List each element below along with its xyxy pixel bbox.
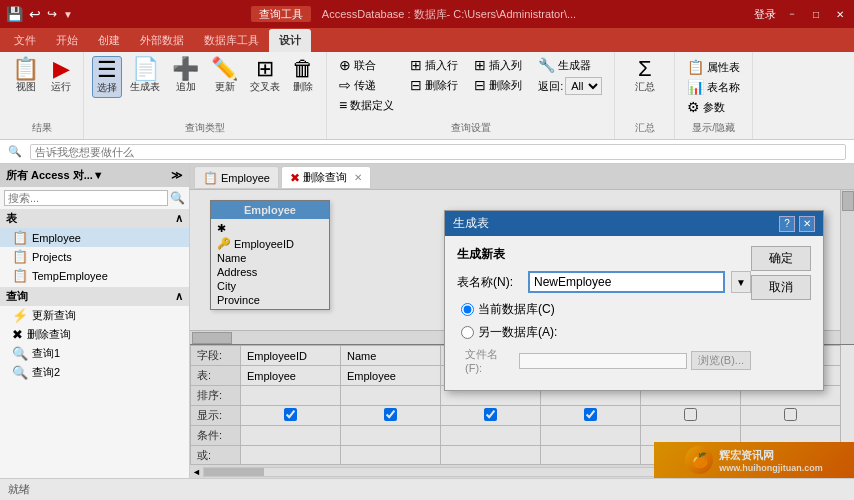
dialog-help-btn[interactable]: ?: [779, 216, 795, 232]
search-magnifier-icon: 🔍: [8, 145, 22, 158]
run-btn[interactable]: ▶ 运行: [47, 56, 75, 96]
query-tab-employee[interactable]: 📋 Employee: [194, 166, 279, 189]
table-tempemployee[interactable]: 📋 TempEmployee: [0, 266, 189, 285]
left-panel-search: 🔍: [0, 187, 189, 209]
ribbon: 📋 视图 ▶ 运行 结果 ☰ 选择 📄 生成表 ➕ 追加: [0, 52, 854, 140]
tab-create[interactable]: 创建: [88, 29, 130, 52]
table-name-dropdown[interactable]: ▼: [731, 271, 751, 293]
table-icon-employee: 📋: [12, 230, 28, 245]
tab-label-delete: 删除查询: [303, 170, 347, 185]
delete-btn[interactable]: 🗑 删除: [288, 56, 318, 96]
query-update[interactable]: ⚡ 更新查询: [0, 306, 189, 325]
table-names-btn[interactable]: 📊 表名称: [683, 78, 744, 96]
tab-db-tools[interactable]: 数据库工具: [194, 29, 269, 52]
title-bar: 💾 ↩ ↪ ▼ 查询工具 AccessDatabase : 数据库- C:\Us…: [0, 0, 854, 28]
ribbon-tabs: 文件 开始 创建 外部数据 数据库工具 设计: [0, 28, 854, 52]
left-panel-title: 所有 Access 对...▼: [6, 168, 104, 183]
redo-icon[interactable]: ↪: [47, 7, 57, 21]
left-panel-header[interactable]: 所有 Access 对...▼ ≫: [0, 164, 189, 187]
left-panel-chevron[interactable]: ≫: [171, 169, 183, 182]
delete-row-btn[interactable]: ⊟ 删除行: [406, 76, 462, 94]
browse-btn: 浏览(B)...: [691, 351, 751, 370]
return-select[interactable]: All 5 25: [565, 77, 602, 95]
dialog-body: 生成新表 表名称(N): ▼ 当前数据库(C): [445, 236, 823, 390]
data-def-btn[interactable]: ≡ 数据定义: [335, 96, 398, 114]
query-type-label: 查询类型: [185, 119, 225, 135]
view-btn[interactable]: 📋 视图: [8, 56, 43, 96]
table-employee[interactable]: 📋 Employee: [0, 228, 189, 247]
delete-col-btn[interactable]: ⊟ 删除列: [470, 76, 526, 94]
tab-close-delete[interactable]: ✕: [354, 172, 362, 183]
status-bar: 就绪: [0, 478, 854, 500]
tab-design[interactable]: 设计: [269, 29, 311, 52]
tab-label-employee: Employee: [221, 172, 270, 184]
union-btn[interactable]: ⊕ 联合: [335, 56, 398, 74]
insert-row-btn[interactable]: ⊞ 插入行: [406, 56, 462, 74]
queries-section-header[interactable]: 查询 ∧: [0, 287, 189, 306]
ribbon-group-results: 📋 视图 ▶ 运行 结果: [0, 52, 84, 139]
tables-section-header[interactable]: 表 ∧: [0, 209, 189, 228]
other-db-label: 另一数据库(A):: [478, 324, 557, 341]
totals-btn[interactable]: Σ 汇总: [631, 56, 659, 96]
pass-btn[interactable]: ⇨ 传递: [335, 76, 398, 94]
dialog-close-btn[interactable]: ✕: [799, 216, 815, 232]
app-title: 查询工具 AccessDatabase : 数据库- C:\Users\Admi…: [73, 7, 754, 22]
query-icon-delete: ✖: [12, 327, 23, 342]
dialog-radio-section: 当前数据库(C) 另一数据库(A): 文件名(F):: [461, 301, 751, 374]
tab-start[interactable]: 开始: [46, 29, 88, 52]
crosstab-btn[interactable]: ⊞ 交叉表: [246, 56, 284, 96]
dialog-overlay: 生成表 ? ✕ 生成新表 表名称(N):: [190, 190, 854, 478]
current-db-radio[interactable]: [461, 303, 474, 316]
login-btn[interactable]: 登录: [754, 7, 776, 22]
ribbon-group-setup: ⊕ 联合 ⇨ 传递 ≡ 数据定义 ⊞ 插入行 ⊟: [327, 52, 615, 139]
cancel-btn[interactable]: 取消: [751, 275, 811, 300]
return-label: 返回:: [538, 79, 563, 94]
current-db-label: 当前数据库(C): [478, 301, 555, 318]
tab-file[interactable]: 文件: [4, 29, 46, 52]
select-btn[interactable]: ☰ 选择: [92, 56, 122, 98]
query-2[interactable]: 🔍 查询2: [0, 363, 189, 382]
query-type-btn-row: ☰ 选择 📄 生成表 ➕ 追加 ✏️ 更新 ⊞ 交叉表 🗑 删除: [92, 56, 318, 98]
queries-chevron: ∧: [175, 290, 183, 303]
tab-external[interactable]: 外部数据: [130, 29, 194, 52]
table-projects[interactable]: 📋 Projects: [0, 247, 189, 266]
table-name-employee: Employee: [32, 232, 81, 244]
undo-icon[interactable]: ↩: [29, 6, 41, 22]
maketable-btn[interactable]: 📄 生成表: [126, 56, 164, 96]
query-name-2: 查询2: [32, 365, 60, 380]
title-bar-right: 登录 － □ ✕: [754, 6, 848, 22]
query-delete[interactable]: ✖ 删除查询: [0, 325, 189, 344]
builder-btn[interactable]: 🔧 生成器: [534, 56, 606, 74]
other-db-radio[interactable]: [461, 326, 474, 339]
params-btn[interactable]: ⚙ 参数: [683, 98, 744, 116]
maximize-btn[interactable]: □: [808, 6, 824, 22]
query-1[interactable]: 🔍 查询1: [0, 344, 189, 363]
table-name-input[interactable]: [528, 271, 725, 293]
ribbon-search-input[interactable]: [30, 144, 846, 160]
other-db-radio-row: 另一数据库(A):: [461, 324, 751, 341]
table-icon-tempemployee: 📋: [12, 268, 28, 283]
query-tab-delete[interactable]: ✖ 删除查询 ✕: [281, 166, 371, 189]
ribbon-group-showhide: 📋 属性表 📊 表名称 ⚙ 参数 显示/隐藏: [675, 52, 753, 139]
ribbon-group-query-type: ☰ 选择 📄 生成表 ➕ 追加 ✏️ 更新 ⊞ 交叉表 🗑 删除: [84, 52, 327, 139]
query-icon-1: 🔍: [12, 346, 28, 361]
close-btn[interactable]: ✕: [832, 6, 848, 22]
left-search-input[interactable]: [4, 190, 168, 206]
minimize-btn[interactable]: －: [784, 6, 800, 22]
dialog-table-name-row: 表名称(N): ▼: [457, 271, 751, 293]
save-icon[interactable]: 💾: [6, 6, 23, 22]
dialog-title: 生成表: [453, 215, 489, 232]
design-area: Employee ✱ 🔑 EmployeeID Name: [190, 190, 854, 478]
props-btn[interactable]: 📋 属性表: [683, 58, 744, 76]
table-icon-projects: 📋: [12, 249, 28, 264]
append-btn[interactable]: ➕ 追加: [168, 56, 203, 96]
showhide-label: 显示/隐藏: [692, 119, 735, 135]
tab-icon-delete: ✖: [290, 171, 300, 185]
insert-col-btn[interactable]: ⊞ 插入列: [470, 56, 526, 74]
query-name-delete: 删除查询: [27, 327, 71, 342]
ribbon-group-totals: Σ 汇总 汇总: [615, 52, 675, 139]
dropdown-arrow-title[interactable]: ▼: [63, 9, 73, 20]
ok-btn[interactable]: 确定: [751, 246, 811, 271]
update-btn[interactable]: ✏️ 更新: [207, 56, 242, 96]
query-name-update: 更新查询: [32, 308, 76, 323]
